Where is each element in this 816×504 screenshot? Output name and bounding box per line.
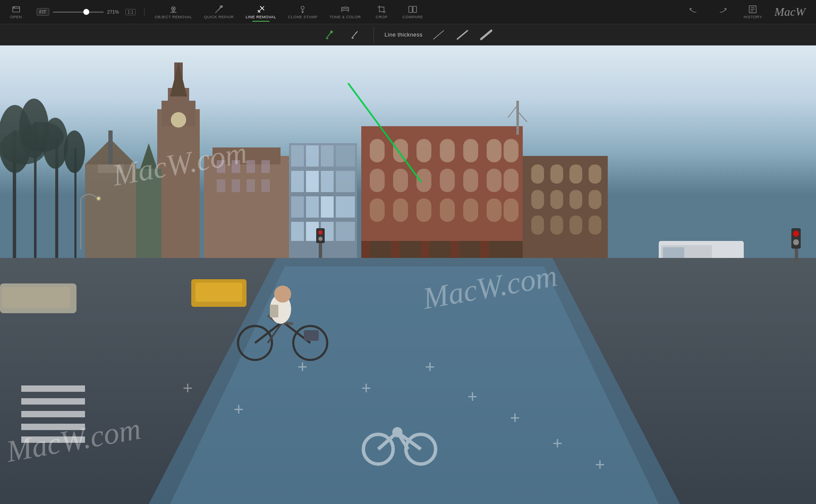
svg-rect-87	[440, 169, 455, 192]
brush-tool-2[interactable]	[347, 27, 363, 43]
svg-rect-75	[336, 222, 355, 241]
svg-rect-95	[463, 198, 478, 222]
svg-rect-63	[336, 145, 355, 167]
svg-rect-65	[306, 171, 319, 192]
svg-rect-101	[429, 241, 450, 258]
svg-rect-84	[370, 169, 385, 192]
svg-text:+: +	[468, 387, 477, 406]
svg-point-156	[274, 286, 291, 303]
tool-tone-color[interactable]: TONE & COLOR	[323, 2, 367, 22]
svg-rect-81	[463, 139, 478, 162]
svg-rect-116	[589, 215, 601, 235]
svg-line-20	[434, 31, 444, 39]
svg-line-19	[355, 32, 357, 34]
svg-rect-91	[370, 198, 385, 222]
svg-point-174	[793, 231, 799, 237]
tool-compare[interactable]: COMPARE	[397, 2, 429, 22]
tool-clone-stamp[interactable]: CLONE STAMP	[282, 2, 323, 22]
clone-stamp-label: CLONE STAMP	[288, 15, 317, 19]
history-icon	[748, 5, 757, 14]
zoom-slider-container: 271%	[53, 9, 122, 14]
app-logo: MacW	[768, 5, 812, 19]
tool-quick-repair[interactable]: QUICK REPAIR	[198, 2, 240, 22]
svg-rect-11	[409, 6, 412, 13]
svg-rect-114	[550, 215, 563, 235]
svg-point-31	[64, 130, 85, 173]
thickness-label: Line thickness	[385, 31, 422, 38]
canvas-area[interactable]: + + + + + + + + +	[0, 45, 816, 504]
svg-rect-113	[531, 215, 544, 235]
svg-rect-83	[504, 139, 518, 162]
brush-tool-1[interactable]	[322, 27, 338, 43]
svg-line-22	[481, 31, 491, 39]
zoom-ratio[interactable]: 1:1	[125, 9, 136, 15]
svg-rect-70	[321, 196, 334, 218]
svg-rect-92	[393, 198, 408, 222]
thickness-medium[interactable]	[455, 27, 470, 42]
svg-rect-72	[291, 222, 304, 241]
svg-point-175	[793, 239, 799, 245]
history-label: HISTORY	[744, 15, 762, 19]
svg-rect-78	[393, 139, 408, 162]
city-scene: + + + + + + + + +	[0, 45, 816, 504]
object-removal-icon	[168, 5, 178, 14]
thickness-thick[interactable]	[479, 27, 494, 42]
redo-button[interactable]	[708, 4, 738, 20]
tool-object-removal[interactable]: OBJECT REMOVAL	[149, 2, 198, 22]
quick-repair-icon	[214, 5, 224, 14]
svg-rect-90	[504, 169, 518, 192]
svg-rect-128	[21, 398, 85, 405]
open-button[interactable]: OPEN	[4, 2, 28, 22]
svg-rect-93	[416, 198, 431, 222]
svg-text:+: +	[183, 379, 193, 397]
svg-rect-89	[487, 169, 502, 192]
svg-rect-129	[21, 411, 85, 417]
svg-rect-69	[306, 196, 319, 218]
svg-rect-147	[196, 283, 242, 302]
svg-rect-157	[270, 305, 278, 317]
svg-rect-145	[2, 287, 70, 308]
tool-history[interactable]: HISTORY	[738, 2, 768, 22]
svg-rect-94	[440, 198, 455, 222]
compare-label: COMPARE	[402, 15, 423, 19]
zoom-fit-button[interactable]: FIT	[37, 8, 50, 16]
svg-rect-97	[504, 198, 518, 222]
svg-line-21	[457, 31, 468, 39]
compare-icon	[408, 5, 417, 14]
svg-rect-102	[459, 241, 480, 258]
svg-rect-82	[487, 139, 502, 162]
secondary-toolbar: Line thickness	[0, 24, 816, 45]
open-label: OPEN	[10, 15, 22, 19]
tool-line-removal[interactable]: LINE REMOVAL	[240, 2, 282, 22]
svg-rect-67	[336, 171, 355, 192]
zoom-slider[interactable]	[53, 11, 104, 13]
svg-rect-54	[261, 160, 270, 173]
svg-rect-110	[550, 190, 563, 209]
svg-rect-96	[487, 198, 502, 222]
svg-rect-108	[589, 164, 601, 184]
svg-rect-103	[489, 241, 523, 258]
svg-text:+: +	[234, 400, 244, 419]
svg-rect-64	[291, 171, 304, 192]
svg-rect-71	[336, 196, 355, 218]
svg-point-44	[172, 113, 185, 126]
svg-rect-80	[440, 139, 455, 162]
svg-text:+: +	[595, 455, 605, 474]
zoom-percent: 271%	[107, 9, 122, 14]
thickness-thin[interactable]	[431, 27, 446, 42]
crop-icon	[377, 5, 386, 14]
svg-rect-68	[291, 196, 304, 218]
quick-repair-label: QUICK REPAIR	[204, 15, 234, 19]
tools-group: OBJECT REMOVAL QUICK REPAIR	[149, 2, 429, 22]
svg-text:+: +	[552, 434, 562, 453]
crop-label: CROP	[376, 15, 388, 19]
svg-point-10	[301, 6, 304, 9]
line-removal-label: LINE REMOVAL	[246, 15, 276, 19]
svg-rect-62	[321, 145, 334, 167]
tool-crop[interactable]: CROP	[367, 2, 397, 22]
undo-button[interactable]	[678, 4, 708, 20]
svg-rect-77	[370, 139, 385, 162]
svg-rect-111	[570, 190, 582, 209]
svg-rect-60	[291, 145, 304, 167]
zoom-controls: FIT 271% 1:1	[28, 8, 144, 16]
